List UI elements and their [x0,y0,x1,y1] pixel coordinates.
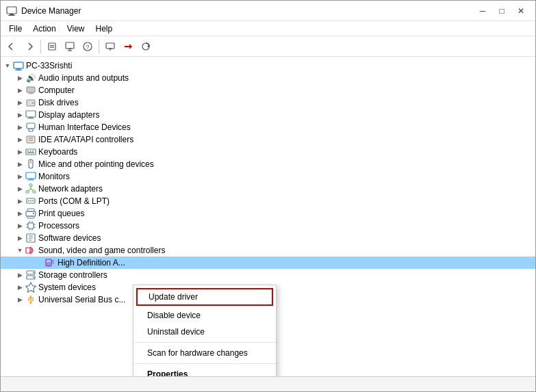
disk-icon [25,97,36,108]
svg-rect-56 [33,213,34,214]
disk-toggle[interactable]: ▶ [14,97,25,108]
ctx-scan[interactable]: Scan for hardware changes [133,345,276,361]
maximize-button[interactable]: □ [493,4,511,18]
close-button[interactable]: ✕ [512,4,530,18]
svg-rect-30 [29,129,33,131]
tree-item-ports[interactable]: ▶ Ports (COM & LPT) [1,195,535,207]
svg-rect-29 [27,123,35,129]
tree-item-audio[interactable]: ▶ 🔊 Audio inputs and outputs [1,72,535,84]
toolbar-help[interactable]: ? [79,38,96,55]
monitors-label: Monitors [38,172,70,181]
toolbar-device-view[interactable] [102,38,118,55]
svg-point-51 [30,200,31,202]
svg-rect-28 [27,118,34,119]
network-toggle[interactable]: ▶ [14,183,25,194]
menu-action[interactable]: Action [27,23,61,35]
hid-toggle[interactable]: ▶ [14,122,25,133]
minimize-button[interactable]: ─ [474,4,492,18]
processors-toggle[interactable]: ▶ [14,220,25,231]
computer-toggle[interactable]: ▶ [14,85,25,96]
svg-rect-26 [26,111,36,117]
usb-toggle[interactable]: ▶ [14,294,25,305]
printq-toggle[interactable]: ▶ [14,208,25,219]
svg-rect-1 [10,14,14,15]
title-bar-left: Device Manager [6,5,81,16]
system-toggle[interactable]: ▶ [14,282,25,293]
device-tree[interactable]: ▼ PC-33Srishti ▶ 🔊 Audio inputs and outp… [1,57,535,376]
tree-root[interactable]: ▼ PC-33Srishti [1,60,535,72]
svg-rect-31 [27,136,35,143]
audio-toggle[interactable]: ▶ [14,73,25,83]
hda-label: High Definition A... [58,258,125,267]
ports-toggle[interactable]: ▶ [14,196,25,207]
sound-toggle[interactable]: ▼ [14,245,25,256]
ide-icon [25,134,36,145]
tree-item-ide[interactable]: ▶ IDE ATA/ATAPI controllers [1,133,535,146]
svg-rect-5 [50,47,54,47]
display-toggle[interactable]: ▶ [14,109,25,120]
mice-icon [25,159,36,170]
content-area: ▼ PC-33Srishti ▶ 🔊 Audio inputs and outp… [1,57,535,376]
toolbar-scan[interactable] [138,38,154,55]
tree-item-mice[interactable]: ▶ Mice and other pointing devices [1,158,535,170]
ctx-properties[interactable]: Properties [133,366,276,376]
tree-item-keyboards[interactable]: ▶ Keyboards [1,146,535,158]
tree-item-disk[interactable]: ▶ Disk drives [1,96,535,109]
sound-label: Sound, video and game controllers [38,246,165,255]
ide-toggle[interactable]: ▶ [14,134,25,145]
device-manager-window: Device Manager ─ □ ✕ File Action View He… [0,0,536,392]
menu-view[interactable]: View [62,23,90,35]
svg-rect-42 [27,180,34,181]
svg-rect-53 [27,209,34,211]
usb-icon [25,294,36,305]
svg-rect-43 [29,184,32,186]
svg-rect-38 [27,153,34,154]
menu-file[interactable]: File [3,23,27,35]
monitors-toggle[interactable]: ▶ [14,171,25,182]
processors-label: Processors [38,221,79,231]
ctx-sep-1 [133,342,276,343]
system-label: System devices [38,283,96,292]
hda-icon [44,257,55,268]
toolbar-forward[interactable] [21,38,38,55]
storage-toggle[interactable]: ▶ [14,270,25,280]
toolbar-sep-2 [99,40,99,53]
tree-item-hda[interactable]: ▶ High Definition A... [1,257,535,269]
printq-icon [25,208,36,219]
ctx-disable[interactable]: Disable device [133,307,276,324]
tree-item-sound[interactable]: ▼ Sound, video and game controllers [1,244,535,257]
svg-rect-70 [26,248,30,253]
tree-item-computer[interactable]: ▶ Computer [1,84,535,96]
toolbar-back[interactable] [3,38,20,55]
monitors-icon [25,171,36,182]
window-title: Device Manager [21,6,81,16]
ctx-uninstall[interactable]: Uninstall device [133,324,276,340]
tree-item-processors[interactable]: ▶ Processors [1,220,535,232]
root-toggle[interactable]: ▼ [2,60,13,71]
tree-item-network[interactable]: ▶ Network adapters [1,183,535,195]
computer-label: Computer [38,86,75,95]
svg-rect-40 [26,172,36,179]
tree-item-monitors[interactable]: ▶ Monitors [1,170,535,183]
toolbar-properties[interactable] [44,38,60,55]
audio-icon: 🔊 [25,73,36,83]
mice-toggle[interactable]: ▶ [14,159,25,170]
ctx-update-driver[interactable]: Update driver [136,288,273,306]
keyboards-toggle[interactable]: ▶ [14,146,25,157]
context-menu: Update driver Disable device Uninstall d… [133,285,277,376]
title-controls: ─ □ ✕ [474,4,530,18]
computer-icon [25,85,36,96]
network-label: Network adapters [38,184,103,194]
menu-help[interactable]: Help [90,23,118,35]
tree-item-printq[interactable]: ▶ Print queues [1,207,535,220]
menu-bar: File Action View Help [1,21,535,36]
tree-item-software[interactable]: ▶ Software devices [1,232,535,244]
ctx-sep-2 [133,363,276,364]
tree-item-hid[interactable]: ▶ Human Interface Devices [1,121,535,133]
status-bar [1,376,535,391]
tree-item-display[interactable]: ▶ Display adapters [1,109,535,121]
software-toggle[interactable]: ▶ [14,233,25,244]
tree-item-storage[interactable]: ▶ Storage controllers [1,269,535,281]
toolbar-update-driver[interactable] [62,38,78,55]
toolbar-remove[interactable] [120,38,136,55]
